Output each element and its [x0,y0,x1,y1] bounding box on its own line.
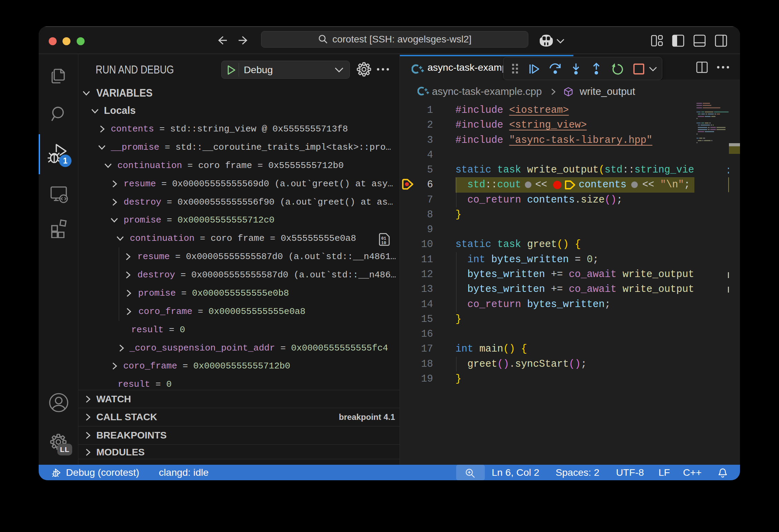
svg-text:10: 10 [381,241,386,246]
svg-text:01: 01 [381,236,386,241]
